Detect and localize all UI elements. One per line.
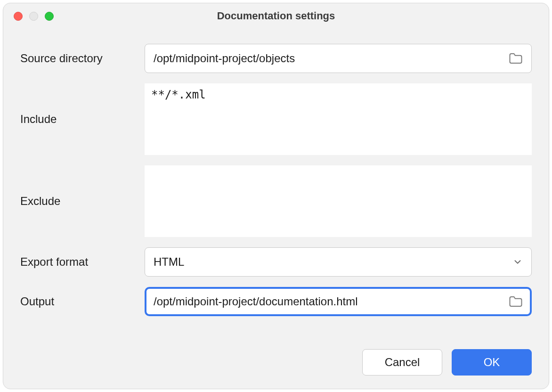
folder-icon[interactable] [509,52,523,65]
titlebar: Documentation settings [3,3,549,29]
export-format-label: Export format [20,255,145,269]
dialog-footer: Cancel OK [3,344,549,389]
source-directory-label: Source directory [20,52,145,65]
ok-button[interactable]: OK [452,349,532,376]
export-format-select[interactable]: HTML [145,247,532,277]
exclude-label: Exclude [20,195,145,208]
source-directory-value: /opt/midpoint-project/objects [154,52,509,65]
window-close-button[interactable] [14,12,23,21]
dialog-title: Documentation settings [217,10,335,22]
documentation-settings-dialog: Documentation settings Source directory … [3,3,549,389]
folder-icon[interactable] [509,295,523,308]
include-label: Include [20,113,145,126]
exclude-textarea[interactable] [145,165,532,237]
source-directory-input[interactable]: /opt/midpoint-project/objects [145,44,532,73]
output-input[interactable]: /opt/midpoint-project/documentation.html [145,287,532,316]
chevron-down-icon [512,257,523,267]
cancel-button[interactable]: Cancel [362,349,442,376]
export-format-value: HTML [154,255,512,269]
window-controls [14,12,54,21]
output-value: /opt/midpoint-project/documentation.html [154,295,509,308]
include-textarea[interactable]: **/*.xml [145,83,532,155]
window-zoom-button[interactable] [45,12,54,21]
output-label: Output [20,295,145,308]
dialog-content: Source directory /opt/midpoint-project/o… [3,29,549,344]
window-minimize-button[interactable] [29,12,38,21]
